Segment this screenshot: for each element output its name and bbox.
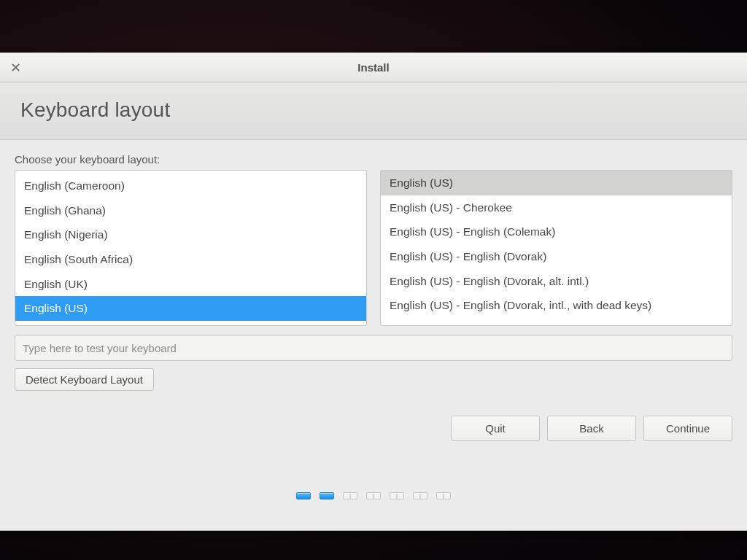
page-body: Choose your keyboard layout: English (Ca…: [0, 140, 747, 530]
list-item[interactable]: English (Ghana): [15, 198, 366, 223]
progress-step: [413, 492, 427, 499]
list-item[interactable]: English (Cameroon): [15, 174, 366, 198]
progress-step: [320, 492, 334, 499]
layout-language-list[interactable]: English (Cameroon)English (Ghana)English…: [15, 170, 367, 326]
detect-layout-button[interactable]: Detect Keyboard Layout: [15, 368, 154, 391]
back-button[interactable]: Back: [547, 416, 636, 441]
progress-step: [296, 492, 311, 499]
progress-step: [343, 492, 357, 499]
continue-button[interactable]: Continue: [643, 416, 732, 441]
list-item[interactable]: English (US) - English (Dvorak, alt. int…: [381, 269, 732, 294]
quit-button[interactable]: Quit: [451, 416, 540, 441]
window-title: Install: [357, 61, 389, 74]
installer-window: ✕ Install Keyboard layout Choose your ke…: [0, 52, 747, 531]
progress-step: [436, 492, 451, 499]
list-item[interactable]: English (UK): [15, 272, 366, 297]
page-header: Keyboard layout: [0, 82, 747, 140]
list-item[interactable]: English (US) - English (Colemak): [381, 219, 732, 244]
list-item[interactable]: English (US): [15, 296, 366, 321]
page-title: Keyboard layout: [20, 98, 727, 122]
list-item[interactable]: English (US) - English (Dvorak): [381, 244, 732, 269]
progress-step: [366, 492, 381, 499]
layout-lists: English (Cameroon)English (Ghana)English…: [15, 170, 732, 326]
list-item[interactable]: English (US) - Cherokee: [381, 195, 732, 220]
list-item[interactable]: English (South Africa): [15, 247, 366, 272]
prompt-label: Choose your keyboard layout:: [15, 153, 732, 166]
list-item[interactable]: English (US) - English (Dvorak, intl., w…: [381, 293, 732, 318]
wizard-progress: [15, 492, 732, 499]
titlebar: ✕ Install: [0, 53, 747, 82]
layout-variant-list[interactable]: English (US)English (US) - CherokeeEngli…: [380, 170, 732, 326]
wizard-nav: Quit Back Continue: [15, 416, 732, 441]
close-icon[interactable]: ✕: [10, 53, 21, 82]
test-keyboard-input[interactable]: [15, 335, 732, 361]
list-item[interactable]: English (Nigeria): [15, 222, 366, 247]
list-item[interactable]: English (US): [381, 171, 732, 195]
progress-step: [390, 492, 404, 499]
